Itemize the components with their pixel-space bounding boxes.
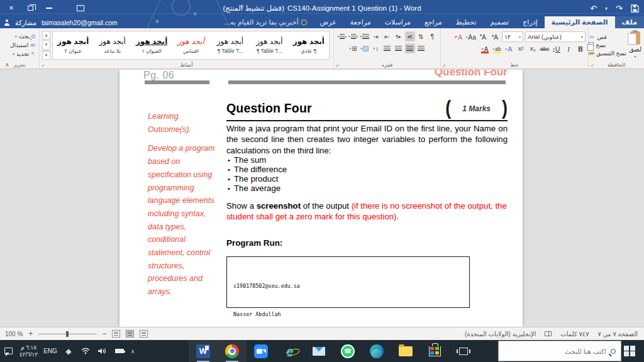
- page-indicator[interactable]: الصفحة ٧ من ٧: [598, 331, 638, 337]
- tab-references[interactable]: مراجع: [418, 16, 449, 28]
- volume-icon[interactable]: [97, 348, 108, 354]
- numbered-list-button[interactable]: 1▾: [348, 31, 358, 41]
- notification-center-icon[interactable]: [3, 348, 14, 354]
- clear-formatting-button[interactable]: A◤: [453, 32, 464, 42]
- document-canvas[interactable]: Pg. 06 Question Four Learning Outcome(s)…: [0, 70, 644, 327]
- web-layout-button[interactable]: [140, 330, 148, 337]
- taskbar-mail-app[interactable]: [304, 340, 333, 362]
- decrease-indent-button[interactable]: ⇥: [371, 31, 381, 41]
- styles-scroll-down-icon[interactable]: ▼: [42, 40, 50, 49]
- strikethrough-button[interactable]: abc: [540, 44, 550, 54]
- borders-button[interactable]: ⊞▾: [348, 43, 358, 53]
- zoom-out-button[interactable]: −: [102, 329, 106, 338]
- minimize-window-icon[interactable]: [44, 3, 54, 13]
- zoom-level[interactable]: 100 %: [5, 331, 23, 337]
- style-quote[interactable]: أبجد هوز اقتباس: [172, 33, 209, 58]
- save-icon[interactable]: [631, 4, 639, 13]
- shading-button[interactable]: ▾: [360, 43, 370, 53]
- zoom-in-button[interactable]: +: [28, 329, 33, 338]
- cut-button[interactable]: ✂ قص: [589, 34, 606, 40]
- ribbon-display-options-icon[interactable]: ˆ: [77, 5, 84, 11]
- word-count[interactable]: ٧٤٧ كلمات: [560, 331, 589, 337]
- show-paragraph-marks-button[interactable]: ¶: [428, 31, 438, 41]
- paste-button[interactable]: لصق ▾: [629, 30, 641, 60]
- show-hidden-icons-chevron[interactable]: ∧: [131, 348, 135, 354]
- highlight-color-button[interactable]: ab▾: [492, 44, 502, 54]
- justify-button[interactable]: [382, 43, 392, 53]
- replace-button[interactable]: ab استبدال: [3, 42, 35, 48]
- style-table-1[interactable]: أبجد هوز ¶ Table T...: [250, 33, 288, 58]
- find-button[interactable]: بحث ▾: [3, 33, 35, 40]
- font-family-select[interactable]: Arial (عناوين)▾: [525, 31, 586, 42]
- taskbar-search[interactable]: [498, 341, 621, 361]
- taskbar-clock[interactable]: ٦:١٥ م ٤٣/٦/١٣: [19, 344, 38, 358]
- subscript-button[interactable]: X₂: [528, 44, 538, 54]
- italic-button[interactable]: I: [564, 44, 574, 54]
- taskbar-edge-app[interactable]: [362, 340, 391, 362]
- shrink-font-button[interactable]: A▾: [478, 32, 488, 42]
- share-button[interactable]: مشاركة: [15, 19, 36, 26]
- style-no-spacing[interactable]: أبجد هوز بلا تباعد: [93, 33, 131, 58]
- undo-icon[interactable]: ↶: [590, 4, 597, 13]
- tab-insert[interactable]: إدراج: [516, 16, 544, 28]
- tab-view[interactable]: عرض: [313, 16, 343, 28]
- tab-mailings[interactable]: مراسلات: [378, 16, 418, 28]
- taskbar-file-explorer-app[interactable]: [391, 340, 420, 362]
- ltr-text-direction-button[interactable]: ▸¶: [394, 31, 404, 41]
- rtl-text-direction-button[interactable]: ¶◂: [405, 31, 415, 41]
- align-center-button[interactable]: [405, 43, 415, 53]
- font-size-select[interactable]: ١٢▾: [502, 31, 523, 42]
- start-button[interactable]: [620, 340, 639, 362]
- dropbox-icon[interactable]: ◆: [63, 347, 74, 356]
- bold-button[interactable]: B: [575, 44, 586, 54]
- line-spacing-button[interactable]: ↕▾: [371, 43, 381, 53]
- taskbar-word-app[interactable]: W: [189, 340, 218, 362]
- style-heading1[interactable]: أبجد هوز العنوان ١: [133, 33, 170, 58]
- tab-home[interactable]: الصفحة الرئيسية: [545, 16, 615, 28]
- collapse-ribbon-icon[interactable]: ∧: [5, 62, 9, 68]
- read-mode-button[interactable]: [112, 330, 120, 337]
- tell-me-box[interactable]: أخبرني بما تريد القيام به...: [218, 16, 313, 28]
- print-layout-button[interactable]: [126, 330, 134, 337]
- task-view-button[interactable]: [449, 340, 478, 362]
- format-painter-button[interactable]: نسخ التنسيق: [589, 50, 626, 57]
- taskbar-store-app[interactable]: [420, 340, 449, 362]
- select-button[interactable]: ↖ تحديد ▾: [3, 51, 35, 57]
- font-dialog-launcher-icon[interactable]: ↙: [443, 63, 447, 68]
- style-normal[interactable]: أبجد هوز ¶ عادي: [290, 33, 328, 58]
- paragraph-dialog-launcher-icon[interactable]: ↙: [336, 63, 340, 68]
- copy-button[interactable]: نسخ: [589, 42, 606, 48]
- redo-icon[interactable]: ↷: [616, 4, 623, 13]
- taskbar-whatsapp-app[interactable]: ☎: [333, 340, 362, 362]
- language-indicator[interactable]: الإنجليزية (الولايات المتحدة): [465, 331, 536, 337]
- styles-scroll-up-icon[interactable]: ▲: [42, 31, 50, 40]
- battery-icon[interactable]: [114, 349, 125, 353]
- proofing-icon[interactable]: [545, 331, 552, 336]
- tab-design[interactable]: تصميم: [484, 16, 516, 28]
- taskbar-chrome-app[interactable]: [218, 340, 247, 362]
- styles-more-icon[interactable]: ▼: [42, 50, 50, 60]
- undo-dropdown-icon[interactable]: ▾: [605, 6, 608, 11]
- wifi-icon[interactable]: [80, 348, 91, 354]
- taskbar-internet-explorer-app[interactable]: e: [275, 340, 304, 362]
- document-page[interactable]: Pg. 06 Question Four Learning Outcome(s)…: [119, 70, 523, 327]
- multilevel-list-button[interactable]: ▾: [360, 31, 370, 41]
- search-input[interactable]: [518, 348, 606, 355]
- align-right-button[interactable]: [416, 43, 426, 53]
- bullet-list-button[interactable]: •▾: [337, 31, 347, 41]
- input-language-indicator[interactable]: ENG: [43, 348, 57, 354]
- zoom-slider-thumb[interactable]: [66, 331, 69, 337]
- paste-dropdown-icon[interactable]: ▾: [634, 54, 636, 58]
- sort-button[interactable]: ⇅: [416, 31, 426, 41]
- increase-indent-button[interactable]: ⇤: [382, 31, 392, 41]
- close-window-icon[interactable]: ×: [6, 3, 16, 13]
- grow-font-button[interactable]: A▴: [490, 32, 500, 42]
- styles-dialog-launcher-icon[interactable]: ↙: [42, 63, 45, 68]
- tab-review[interactable]: مراجعة: [343, 16, 378, 28]
- superscript-button[interactable]: X²: [516, 44, 526, 54]
- font-color-button[interactable]: A▾: [480, 44, 490, 54]
- style-table-2[interactable]: أبجد هوز ¶ Table T...: [211, 33, 249, 58]
- tab-layout[interactable]: تخطيط: [449, 16, 484, 28]
- style-heading2[interactable]: أبجد هوز عنوان ٢: [54, 33, 92, 58]
- taskbar-zoom-app[interactable]: [247, 340, 275, 362]
